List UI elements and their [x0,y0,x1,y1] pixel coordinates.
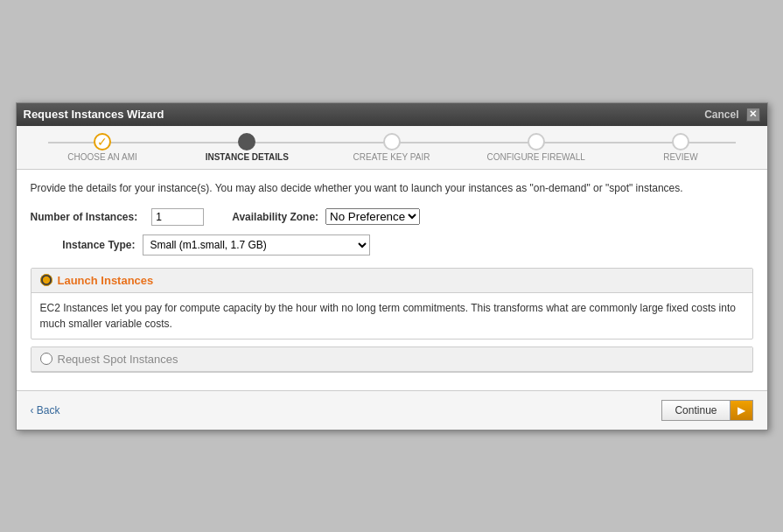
step-configure-firewall[interactable]: CONFIGURE FIREWALL [464,133,608,162]
number-of-instances-input[interactable] [151,208,204,226]
instances-az-row: Number of Instances: Availability Zone: … [31,208,753,226]
dialog-footer: ‹ Back Continue ▶ [17,390,767,430]
request-spot-instances-title: Request Spot Instances [58,353,178,366]
steps-list: ✓ CHOOSE AN AMI INSTANCE DETAILS CREATE … [31,133,753,162]
back-button[interactable]: ‹ Back [31,404,60,416]
number-of-instances-field [151,208,204,226]
dialog-content: Provide the details for your instance(s)… [17,170,767,390]
step-create-key-pair[interactable]: CREATE KEY PAIR [319,133,464,162]
availability-zone-select[interactable]: No Preference us-east-1a us-east-1b us-e… [325,208,420,225]
launch-instances-body: EC2 Instances let you pay for compute ca… [31,293,752,339]
request-spot-instances-radio[interactable] [40,353,52,365]
step-circle-choose-ami: ✓ [94,133,111,150]
instance-type-label: Instance Type: [31,239,136,251]
request-spot-instances-header[interactable]: Request Spot Instances [31,347,752,372]
step-instance-details[interactable]: INSTANCE DETAILS [175,133,319,162]
continue-arrow-button[interactable]: ▶ [730,400,753,421]
instance-type-row: Instance Type: Small (m1.small, 1.7 GB) … [31,234,753,256]
step-label-choose-ami: CHOOSE AN AMI [67,152,136,162]
launch-instances-section: Launch Instances EC2 Instances let you p… [31,268,753,340]
launch-instances-header[interactable]: Launch Instances [31,269,752,293]
request-instances-dialog: Request Instances Wizard Cancel ✕ ✓ CHOO… [16,102,768,430]
step-label-configure-firewall: CONFIGURE FIREWALL [487,152,585,162]
continue-btn-wrap: Continue ▶ [661,400,752,421]
step-label-instance-details: INSTANCE DETAILS [206,152,289,162]
step-circle-instance-details [238,133,255,150]
step-review[interactable]: REVIEW [608,133,752,162]
request-spot-instances-section: Request Spot Instances [31,346,753,373]
close-button[interactable]: ✕ [746,108,760,122]
launch-instances-title: Launch Instances [58,274,154,287]
step-label-create-key-pair: CREATE KEY PAIR [353,152,430,162]
titlebar-right: Cancel ✕ [704,108,759,122]
instance-type-select[interactable]: Small (m1.small, 1.7 GB) Medium (m1.medi… [143,234,370,256]
wizard-steps: ✓ CHOOSE AN AMI INSTANCE DETAILS CREATE … [17,126,767,170]
steps-track: ✓ CHOOSE AN AMI INSTANCE DETAILS CREATE … [31,133,753,162]
dialog-titlebar: Request Instances Wizard Cancel ✕ [17,103,767,126]
step-circle-configure-firewall [528,133,545,150]
cancel-link[interactable]: Cancel [704,108,738,121]
step-choose-ami[interactable]: ✓ CHOOSE AN AMI [31,133,175,162]
continue-button[interactable]: Continue [661,400,729,421]
step-circle-review [672,133,689,150]
step-label-review: REVIEW [663,152,697,162]
number-of-instances-label: Number of Instances: [31,211,138,223]
intro-text: Provide the details for your instance(s)… [31,180,753,196]
step-circle-create-key-pair [383,133,401,150]
dialog-title: Request Instances Wizard [24,108,164,121]
launch-instances-radio[interactable] [40,274,52,286]
availability-zone-group: Availability Zone: No Preference us-east… [232,208,420,225]
availability-zone-label: Availability Zone: [232,211,318,223]
